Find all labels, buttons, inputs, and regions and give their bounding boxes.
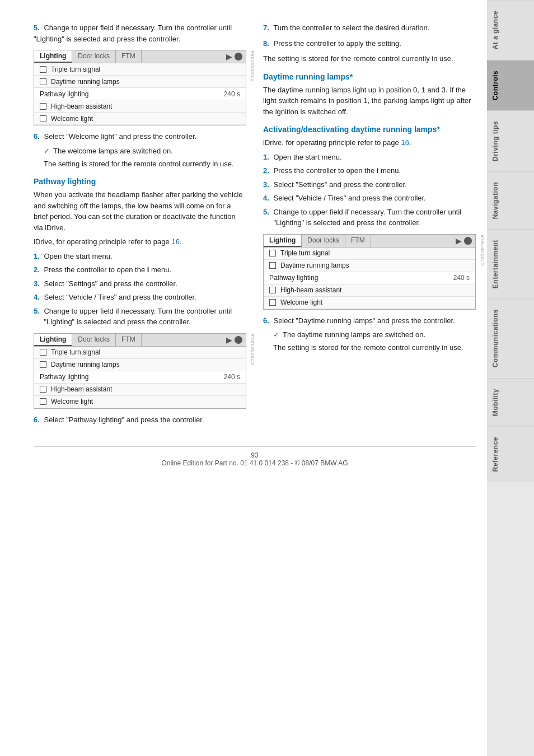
sidebar-tab-communications[interactable]: Communications [487, 298, 534, 377]
ibox-side-label-1: C70536288A [250, 50, 255, 82]
pathway-step-4: 4. Select "Vehicle / Tires" and press th… [34, 292, 246, 303]
pathway-step-2-num: 2. [34, 264, 40, 276]
act-step-3-num: 3. [263, 179, 269, 190]
step-7-text: Turn the controller to select the desire… [273, 24, 429, 32]
ibox-label-highbeam-2: High-beam assistant [51, 385, 112, 393]
step-7-number: 7. [263, 24, 269, 32]
ibox-controls-2: ▶ [226, 334, 246, 346]
menu-box-3: Lighting Door locks FTM ▶ Triple turn si… [263, 234, 476, 310]
pathway-description: When you activate the headlamp flasher a… [34, 189, 246, 233]
daytime-title: Daytime running lamps* [263, 72, 476, 81]
ibox-label-daytime-2: Daytime running lamps [51, 361, 120, 368]
page-number: 93 [251, 451, 258, 459]
activating-idrive-link[interactable]: 16 [401, 138, 409, 147]
act-step-1-num: 1. [263, 152, 269, 163]
sidebar-tab-reference[interactable]: Reference [487, 426, 534, 482]
pathway-idrive-link[interactable]: 16 [171, 237, 179, 246]
main-content: 5. Change to upper field if necessary. T… [0, 0, 487, 756]
ibox-checkbox-triple-1[interactable] [40, 66, 46, 73]
ibox-checkbox-triple-2[interactable] [40, 349, 46, 356]
ibox-arrow-right-3[interactable]: ▶ [456, 236, 462, 245]
ibox-checkbox-daytime-2[interactable] [40, 361, 46, 368]
step-6b: 6. Select "Pathway lighting" and press t… [34, 414, 246, 426]
sidebar-tab-at-a-glance[interactable]: At a glance [487, 0, 534, 60]
ibox-label-pathway-3: Pathway lighting [269, 274, 318, 282]
ibox-checkbox-highbeam-3[interactable] [269, 287, 276, 293]
ibox-tab-lighting-3[interactable]: Lighting [264, 235, 302, 247]
ibox-tab-doorlocks-1[interactable]: Door locks [72, 50, 116, 63]
ibox-tab-lighting-1[interactable]: Lighting [34, 50, 72, 63]
note-daytime-text: The daytime running lamps are switched o… [283, 330, 425, 339]
ibox-checkbox-highbeam-1[interactable] [40, 103, 46, 110]
ibox-row-highbeam-1: High-beam assistant [34, 100, 246, 113]
page-footer: 93 Online Edition for Part no. 01 41 0 0… [34, 446, 476, 467]
ibox-label-welcome-3: Welcome light [280, 298, 322, 306]
sidebar-tab-entertainment[interactable]: Entertainment [487, 229, 534, 298]
ibox-checkbox-daytime-1[interactable] [40, 78, 46, 85]
act-step-3: 3. Select "Settings" and press the contr… [263, 179, 476, 190]
ibox-tab-ftm-1[interactable]: FTM [116, 50, 142, 63]
note-daytime-lamps: ✓ The daytime running lamps are switched… [263, 330, 476, 339]
activating-idrive-ref: iDrive, for operating principle refer to… [263, 137, 476, 148]
step-5-text: Change to upper field if necessary. Turn… [34, 24, 232, 43]
ibox-tab-doorlocks-3[interactable]: Door locks [302, 235, 345, 247]
stored-note-daytime: The setting is stored for the remote con… [263, 342, 476, 353]
act-step-4-num: 4. [263, 193, 269, 204]
ibox-arrow-right-1[interactable]: ▶ [226, 52, 232, 61]
ibox-label-daytime-1: Daytime running lamps [51, 78, 120, 86]
ibox-row-welcome-2: Welcome light [34, 396, 246, 408]
checkmark-icon-1: ✓ [44, 147, 50, 155]
pathway-step-1: 1. Open the start menu. [34, 251, 246, 262]
ibox-tab-ftm-2[interactable]: FTM [116, 334, 142, 346]
ibox-checkbox-triple-3[interactable] [269, 250, 276, 256]
step-6b-number: 6. [34, 416, 40, 424]
instruction-box-2: Lighting Door locks FTM ▶ Triple turn si… [34, 333, 246, 409]
ibox-checkbox-welcome-3[interactable] [269, 299, 276, 306]
ibox-row-triple-2: Triple turn signal [34, 347, 246, 359]
sidebar-tab-controls[interactable]: Controls [487, 60, 534, 110]
ibox-side-label-2: C70536388A [250, 333, 255, 365]
ibox-checkbox-daytime-3[interactable] [269, 262, 276, 269]
ibox-tab-ftm-3[interactable]: FTM [345, 235, 371, 247]
section-daytime: Daytime running lamps* The daytime runni… [263, 72, 476, 228]
ibox-arrow-right-2[interactable]: ▶ [226, 335, 232, 344]
pathway-step-5: 5. Change to upper field if necessary. T… [34, 306, 246, 328]
sidebar-tab-navigation[interactable]: Navigation [487, 171, 534, 229]
sidebar-tab-driving-tips[interactable]: Driving tips [487, 110, 534, 171]
ibox-checkbox-welcome-1[interactable] [40, 115, 46, 122]
ibox-row-pathway-2: Pathway lighting 240 s [34, 371, 246, 384]
ibox-value-pathway-1: 240 s [224, 90, 240, 98]
activating-title: Activating/deactivating daytime running … [263, 125, 476, 134]
ibox-row-triple-3: Triple turn signal [264, 248, 475, 260]
sidebar-tab-mobility[interactable]: Mobility [487, 378, 534, 426]
ibox-checkbox-welcome-2[interactable] [40, 398, 46, 405]
step-8-text: Press the controller to apply the settin… [273, 39, 401, 48]
copyright: Online Edition for Part no. 01 41 0 014 … [161, 459, 348, 467]
ibox-side-label-3: C70536488A [480, 234, 485, 266]
ibox-tab-lighting-2[interactable]: Lighting [34, 334, 72, 346]
ibox-row-welcome-1: Welcome light [34, 113, 246, 125]
ibox-tab-doorlocks-2[interactable]: Door locks [72, 334, 116, 346]
act-step-2-text: Press the controller to open the i menu. [273, 165, 401, 176]
ibox-circle-2 [235, 336, 242, 344]
ibox-label-welcome-2: Welcome light [51, 398, 93, 405]
pathway-step-4-num: 4. [34, 292, 40, 303]
pathway-idrive-ref: iDrive, for operating principle refer to… [34, 236, 246, 248]
stored-note-right: The setting is stored for the remote con… [263, 53, 476, 64]
stored-note-1: The setting is stored for the remote con… [34, 158, 246, 170]
pathway-step-2: 2. Press the controller to open the i me… [34, 264, 246, 276]
activating-steps: 1. Open the start menu. 2. Press the con… [263, 152, 476, 228]
pathway-step-4-text: Select "Vehicle / Tires" and press the c… [44, 292, 196, 303]
act-step-1-text: Open the start menu. [273, 152, 341, 163]
ibox-controls-3: ▶ [456, 235, 475, 247]
instruction-box-1: Lighting Door locks FTM ▶ Triple turn si… [34, 50, 246, 125]
ibox-row-pathway-3: Pathway lighting 240 s [264, 272, 475, 284]
ibox-checkbox-highbeam-2[interactable] [40, 386, 46, 393]
ibox-header-2: Lighting Door locks FTM ▶ [34, 334, 246, 347]
ibox-label-highbeam-3: High-beam assistant [280, 286, 341, 294]
ibox-header-3: Lighting Door locks FTM ▶ [264, 235, 475, 248]
step-6c-text: Select "Daytime running lamps" and press… [273, 316, 455, 325]
ibox-controls-1: ▶ [226, 50, 246, 63]
right-sidebar: At a glance Controls Driving tips Naviga… [487, 0, 534, 756]
step-6c: 6. Select "Daytime running lamps" and pr… [263, 315, 476, 326]
